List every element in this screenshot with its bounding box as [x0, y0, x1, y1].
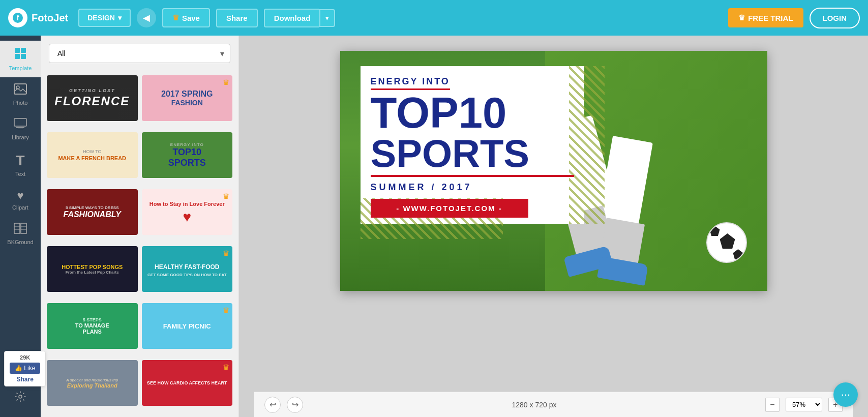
bkground-icon	[14, 223, 27, 237]
photo-icon	[14, 83, 27, 98]
template-card-fashion[interactable]: 5 SIMPLE WAYS TO DRESS FASHIONABLY	[47, 189, 138, 235]
photo-label: Photo	[13, 100, 28, 106]
url-text: - WWW.FOTOJET.COM -	[371, 199, 528, 218]
sidebar-item-clipart[interactable]: ♥ Clipart	[0, 183, 41, 217]
crown-badge-love: ♛	[223, 192, 229, 200]
chat-bubble[interactable]: ···	[833, 382, 858, 407]
template-card-food[interactable]: ♛ HEALTHY FAST-FOOD GET SOME GOOD TIPS O…	[142, 246, 233, 292]
settings-icon	[14, 391, 26, 406]
save-button[interactable]: ♛ Save	[162, 8, 210, 27]
energy-text: ENERGY INTO	[371, 76, 450, 90]
svg-point-17	[19, 395, 22, 398]
crown-badge-picnic: ♛	[223, 306, 229, 314]
sports-text: SPORTS	[371, 134, 574, 177]
logo-icon: f	[8, 8, 27, 27]
free-trial-button[interactable]: ♛ FREE TRIAL	[728, 8, 803, 27]
template-card-picnic[interactable]: ♛ FAMILY PICNIC	[142, 303, 233, 349]
svg-rect-8	[14, 118, 26, 126]
free-trial-crown-icon: ♛	[738, 13, 745, 22]
template-card-bread[interactable]: HOW TO MAKE A FRENCH BREAD	[47, 132, 138, 178]
zoom-out-icon: −	[770, 400, 774, 409]
download-dropdown-button[interactable]: ▾	[319, 9, 335, 27]
filter-select[interactable]: All Blog Social Flyer Poster	[49, 44, 230, 63]
zoom-select[interactable]: 57% 50% 75% 100%	[786, 398, 822, 411]
template-label: Template	[9, 65, 32, 71]
text-icon: T	[16, 153, 24, 169]
login-button[interactable]: LOGIN	[810, 8, 860, 28]
svg-rect-2	[15, 48, 20, 53]
template-card-cardio[interactable]: ♛ SEE HOW CARDIO AFFECTS HEART	[142, 360, 233, 406]
library-label: Library	[12, 134, 29, 140]
download-button-group: Download ▾	[264, 9, 336, 27]
share-label: Share	[226, 14, 248, 22]
svg-rect-5	[21, 54, 26, 59]
template-icon	[14, 47, 27, 63]
bottom-bar: ↩ ↪ 1280 x 720 px − 57% 50% 75% 100% +	[254, 392, 853, 417]
template-card-florence[interactable]: GETTING LOST FLORENCE	[47, 75, 138, 121]
template-panel: All Blog Social Flyer Poster GETTING LOS…	[41, 36, 239, 417]
main-layout: Template Photo Library	[0, 36, 868, 417]
svg-rect-12	[21, 223, 26, 233]
save-label: Save	[182, 14, 200, 22]
svg-rect-11	[14, 223, 20, 233]
sidebar-item-photo[interactable]: Photo	[0, 77, 41, 112]
download-dropdown-icon: ▾	[325, 14, 329, 22]
design-button[interactable]: DESIGN ▾	[78, 9, 131, 27]
back-icon: ◀	[143, 12, 150, 23]
template-card-trip[interactable]: A special and mysterious trip Exploring …	[47, 360, 138, 406]
chat-icon: ···	[841, 388, 850, 401]
soccer-ball	[706, 222, 747, 263]
template-card-spring[interactable]: ♛ 2017 SPRING FASHION	[142, 75, 233, 121]
template-card-sports-small[interactable]: ENERGY INTO TOP10SPORTS	[142, 132, 233, 178]
bkground-label: BKGround	[7, 239, 33, 245]
zoom-out-button[interactable]: −	[765, 398, 780, 412]
sidebar-item-template[interactable]: Template	[0, 41, 41, 77]
canvas-area: ENERGY INTO TOP10 SPORTS SUMMER / 2017 -…	[239, 36, 868, 417]
crown-badge-food: ♛	[223, 249, 229, 257]
clipart-icon: ♥	[17, 189, 23, 202]
canvas-container[interactable]: ENERGY INTO TOP10 SPORTS SUMMER / 2017 -…	[340, 51, 767, 291]
redo-icon: ↪	[292, 400, 298, 409]
crown-badge-spring: ♛	[223, 78, 229, 86]
template-card-plans[interactable]: 5 STEPS TO MANAGEPLANS	[47, 303, 138, 349]
sidebar-item-text[interactable]: T Text	[0, 146, 41, 183]
sidebar-item-settings[interactable]	[0, 384, 41, 412]
facebook-like-button[interactable]: 👍 Like	[10, 363, 40, 374]
save-crown-icon: ♛	[172, 13, 179, 22]
svg-rect-6	[14, 84, 26, 94]
sidebar-item-bkground[interactable]: BKGround	[0, 217, 41, 251]
logo-name: FotoJet	[32, 12, 68, 24]
canvas-dimensions: 1280 x 720 px	[512, 401, 557, 409]
download-label: Download	[274, 14, 311, 22]
facebook-share-button[interactable]: Share	[17, 376, 34, 383]
logo-area: f FotoJet	[8, 8, 68, 27]
free-trial-label: FREE TRIAL	[748, 14, 793, 22]
download-button[interactable]: Download	[264, 9, 320, 27]
svg-rect-3	[21, 48, 26, 53]
design-dropdown-icon: ▾	[118, 14, 122, 22]
clipart-label: Clipart	[12, 204, 28, 211]
poster-content: ENERGY INTO TOP10 SPORTS SUMMER / 2017 -…	[371, 76, 574, 218]
svg-text:f: f	[17, 14, 19, 22]
redo-button[interactable]: ↪	[287, 397, 303, 413]
undo-icon: ↩	[270, 400, 276, 409]
share-button[interactable]: Share	[216, 9, 258, 27]
back-button[interactable]: ◀	[137, 8, 156, 27]
fb-count: 29K	[20, 354, 30, 361]
filter-select-wrap: All Blog Social Flyer Poster	[49, 44, 230, 63]
topbar: f FotoJet DESIGN ▾ ◀ ♛ Save Share Downlo…	[0, 0, 868, 36]
library-icon	[14, 118, 27, 132]
text-label: Text	[15, 171, 25, 177]
panel-header: All Blog Social Flyer Poster	[41, 36, 238, 71]
template-card-pop[interactable]: HOTTEST POP SONGS From the Latest Pop Ch…	[47, 246, 138, 292]
fb-like-label: 👍 Like	[15, 365, 35, 372]
undo-button[interactable]: ↩	[264, 397, 281, 413]
sidebar-item-library[interactable]: Library	[0, 112, 41, 146]
crown-badge-cardio: ♛	[223, 363, 229, 371]
login-label: LOGIN	[823, 14, 847, 22]
templates-grid: GETTING LOST FLORENCE ♛ 2017 SPRING FASH…	[41, 71, 238, 417]
template-card-love[interactable]: ♛ How to Stay in Love Forever ♥	[142, 189, 233, 235]
svg-rect-4	[15, 54, 20, 59]
design-label: DESIGN	[87, 14, 115, 22]
facebook-widget: 29K 👍 Like Share	[4, 351, 46, 386]
